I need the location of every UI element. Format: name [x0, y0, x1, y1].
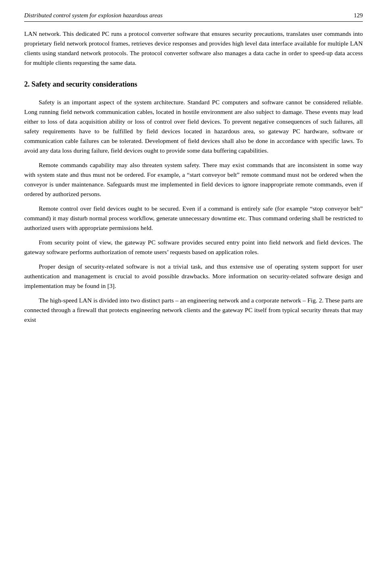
header-title: Distributed control system for explosion… — [24, 12, 162, 19]
section-2-heading: 2. Safety and security considerations — [24, 79, 363, 90]
section2-p4-text: From security point of view, the gateway… — [24, 239, 363, 255]
section2-p1-text: Safety is an important aspect of the sys… — [24, 99, 363, 154]
page-number: 129 — [354, 12, 363, 19]
section2-paragraph-2: Remote commands capability may also thre… — [24, 160, 363, 199]
page: Distributed control system for explosion… — [0, 0, 387, 588]
section2-p5-text: Proper design of security-related softwa… — [24, 263, 363, 289]
paragraph-lan-network: LAN network. This dedicated PC runs a pr… — [24, 29, 363, 68]
paragraph-lan-text: LAN network. This dedicated PC runs a pr… — [24, 30, 363, 66]
page-header: Distributed control system for explosion… — [24, 12, 363, 22]
section2-p2-text: Remote commands capability may also thre… — [24, 161, 363, 197]
section-title: Safety and security considerations — [31, 80, 137, 88]
section2-p6-text: The high-speed LAN is divided into two d… — [24, 297, 363, 323]
section2-paragraph-1: Safety is an important aspect of the sys… — [24, 97, 363, 155]
section2-paragraph-4: From security point of view, the gateway… — [24, 238, 363, 257]
main-content: LAN network. This dedicated PC runs a pr… — [24, 29, 363, 325]
section-number: 2. — [24, 80, 30, 88]
section2-paragraph-3: Remote control over field devices ought … — [24, 204, 363, 233]
section2-paragraph-6: The high-speed LAN is divided into two d… — [24, 296, 363, 325]
section2-paragraph-5: Proper design of security-related softwa… — [24, 262, 363, 291]
section2-p3-text: Remote control over field devices ought … — [24, 205, 363, 231]
